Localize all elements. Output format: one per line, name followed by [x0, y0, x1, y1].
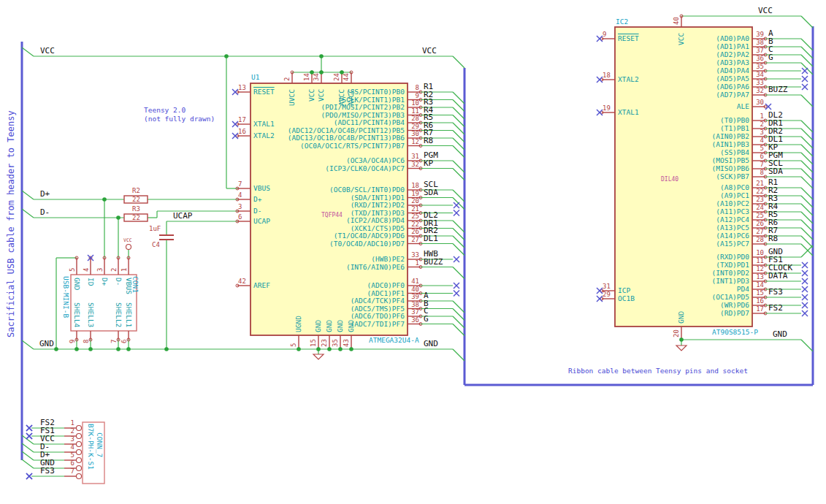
pin-number: 22 [754, 188, 764, 195]
pin-number: 34 [313, 73, 320, 81]
pin-number: 28 [754, 237, 764, 243]
pin-number: 5 [754, 145, 764, 152]
pin-name: (T1)PB1 [559, 125, 749, 132]
pin-number: 4 [63, 444, 74, 451]
teensy-note-line2: (not fully drawn) [144, 115, 215, 123]
pin-number: 1 [121, 268, 128, 272]
pin-number: 10 [754, 250, 764, 256]
pin-name: (ADC1)PF1 [215, 290, 405, 297]
pin-number: 15 [310, 339, 317, 347]
pin-name: (AIN1)PB3 [559, 141, 749, 148]
pin-name: (T0)PB0 [559, 117, 749, 124]
pin-number: 26 [409, 229, 419, 235]
net-label: UCAP [173, 212, 193, 220]
pin-number: 37 [754, 47, 764, 54]
pin-number: 12 [409, 139, 419, 145]
pin-number: 21 [409, 206, 419, 213]
pin-name: (AD3)PA3 [559, 59, 749, 66]
pin-number: 27 [754, 229, 764, 235]
pin-name: (OC0A/OC1C/RTS/PCINT7)PB7 [215, 142, 405, 150]
pin-name: (HWB)PE2 [215, 256, 405, 263]
pin-name: D- [115, 278, 122, 286]
pin-number: 32 [754, 88, 764, 94]
pin-name: (PDI/MOSI/PCINT2)PB2 [215, 104, 405, 111]
pin-number: 25 [409, 213, 419, 220]
pin-number: 37 [409, 309, 419, 316]
pin-number: 9 [409, 93, 419, 99]
pin-number: 7 [63, 468, 74, 475]
pin-number: 10 [409, 100, 419, 107]
resistor-value: 22 [132, 215, 140, 221]
pin-number: 23 [321, 339, 328, 347]
pin-name: (SDA/INT1)PD1 [215, 194, 405, 202]
pin-number: 9 [69, 340, 76, 343]
pin-name: GND [337, 320, 344, 332]
pin-number: 31 [409, 153, 419, 160]
net-label: VCC [40, 47, 55, 55]
pin-name: (AD5)PA5 [559, 75, 749, 83]
ic-reference: IC2 [616, 18, 628, 26]
pin-number: 7 [111, 340, 118, 343]
pin-name: (MOSI)PB5 [559, 157, 749, 164]
pin-number: 6 [121, 340, 128, 343]
pin-name: (T0/OC4D/ADC10)PD7 [215, 240, 405, 248]
pin-name: (ADC7/TDI)PF7 [215, 321, 405, 328]
net-label: SDA [768, 167, 783, 175]
pin-name: SHELL1 [125, 302, 132, 327]
pin-name: (MISO)PB6 [559, 165, 749, 172]
pin-name: GND [348, 320, 355, 332]
pin-name: (AD0)PA0 [559, 35, 749, 42]
net-label: D- [40, 208, 50, 216]
pin-name: VCC [308, 88, 316, 101]
pin-number: 39 [754, 31, 764, 38]
pin-name: UGND [295, 316, 302, 332]
pin-number: 30 [409, 131, 419, 137]
pin-number: 8 [409, 85, 419, 91]
pin-number: 17 [754, 306, 764, 313]
pin-number: 22 [409, 221, 419, 228]
pin-number: 35 [332, 339, 339, 347]
pin-name: GND [73, 278, 80, 290]
pin-name: (AIN0)PB2 [559, 133, 749, 140]
pin-name: (ADC5/TMS)PF5 [215, 305, 405, 313]
pin-name: (AD6)PA6 [559, 83, 749, 91]
pin-number: 13 [754, 274, 764, 280]
pin-name: (AD7)PA7 [559, 91, 749, 99]
pin-name: (ADC11/PCINT4)PB4 [215, 119, 405, 126]
pin-number: 36 [754, 56, 764, 62]
connector-value: B7K-PH-K-S1 [87, 424, 94, 470]
pin-name: (WR)PD6 [559, 302, 749, 309]
pin-name: ALE [559, 103, 749, 110]
pin-name: (INT1)PD3 [559, 278, 749, 285]
schematic-canvas[interactable]: Teensy 2.0 (not fully drawn) Ribbon cabl… [0, 0, 826, 504]
resistor-value: 22 [132, 196, 140, 203]
net-label: R8 [424, 137, 433, 145]
teensy-note-line1: Teensy 2.0 [144, 106, 186, 114]
pin-name: (SS)PB4 [559, 149, 749, 156]
pin-number: 25 [754, 213, 764, 219]
pin-number: 4 [754, 137, 764, 144]
pin-name: (TXD)PD1 [559, 261, 749, 269]
ground-symbol-icon [313, 354, 324, 359]
pin-name: D+ [101, 278, 108, 286]
pin-name: GND [326, 320, 333, 332]
pin-number: 16 [754, 298, 764, 305]
pin-number: 1 [754, 113, 764, 120]
net-label: DATA [768, 272, 788, 280]
vcc-power-symbol: VCC [123, 238, 132, 243]
pin-name: AVCC [338, 89, 345, 106]
pin-name: (SCK)PB7 [559, 173, 749, 180]
net-label: G [424, 315, 429, 323]
pin-number: 24 [334, 73, 340, 81]
pin-number: 3 [754, 129, 764, 136]
pin-number: 6 [754, 153, 764, 160]
pin-number: 38 [754, 39, 764, 46]
pin-number: 5 [291, 343, 297, 347]
connector-reference: CONN_7 [96, 432, 103, 457]
pin-name: GND [315, 320, 322, 332]
pin-number: 38 [409, 302, 419, 308]
pin-name: (A10)PC2 [559, 200, 749, 207]
net-label: GND [773, 330, 787, 338]
pin-name: (RXD/INT2)PD2 [215, 202, 405, 209]
capacitor-reference: C4 [152, 242, 160, 248]
